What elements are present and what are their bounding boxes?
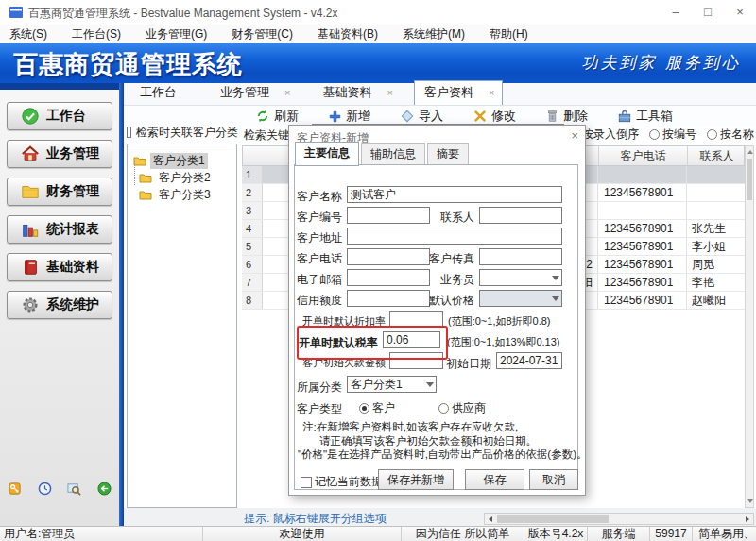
remember-data-checkbox[interactable] xyxy=(301,477,312,488)
menu-item-maintenance[interactable]: 系统维护(M) xyxy=(403,26,465,42)
radio-icon[interactable] xyxy=(438,403,449,414)
tree-item-category2[interactable]: 客户分类2 xyxy=(128,169,236,186)
contact-input[interactable] xyxy=(479,207,562,224)
row-number: 5 xyxy=(242,238,263,255)
tree-guide-line xyxy=(134,161,135,185)
clock-icon[interactable] xyxy=(38,482,52,499)
add-button[interactable]: 新增 xyxy=(329,108,370,125)
tree-item-category1[interactable]: 客户分类1 xyxy=(128,152,236,169)
search-icon[interactable] xyxy=(67,482,81,499)
contact-column-header[interactable]: 联系人 xyxy=(687,146,746,165)
dropdown-arrow-icon[interactable] xyxy=(426,382,434,387)
tab-basedata[interactable]: 基础资料 × xyxy=(313,81,400,105)
delete-button[interactable]: 删除 xyxy=(546,108,588,125)
maximize-button[interactable]: □ xyxy=(692,0,724,25)
menu-item-finance[interactable]: 财务管理(C) xyxy=(232,26,293,42)
scroll-left-icon[interactable] xyxy=(489,516,492,522)
menu-item-business[interactable]: 业务管理(G) xyxy=(146,26,207,42)
scroll-up-icon[interactable] xyxy=(747,150,753,154)
brand-title: 百惠商贸通管理系统 xyxy=(13,48,243,81)
type-option-customer[interactable]: 客户 xyxy=(359,400,395,416)
customer-phone-cell: 12345678901 xyxy=(597,220,685,237)
refresh-icon xyxy=(256,110,269,123)
tab-workbench[interactable]: 工作台 xyxy=(130,81,184,105)
remember-data-checkbox-row[interactable]: 记忆当前数据 xyxy=(301,474,383,490)
refresh-button[interactable]: 刷新 xyxy=(256,108,299,125)
tab-aux-info[interactable]: 辅助信息 xyxy=(361,143,425,165)
status-version: 版本号4.2x xyxy=(524,527,588,541)
scroll-right-icon[interactable] xyxy=(746,516,749,522)
sidebar-item-business[interactable]: 业务管理 xyxy=(7,140,112,168)
tab-business[interactable]: 业务管理 × xyxy=(211,81,298,105)
dialog-close-icon[interactable]: × xyxy=(571,128,578,143)
menu-item-workbench[interactable]: 工作台(S) xyxy=(72,26,121,42)
folder-icon xyxy=(139,173,152,183)
save-and-new-button[interactable]: 保存并新增 xyxy=(378,469,454,490)
customer-type-label: 客户类型 xyxy=(297,401,342,417)
sidebar-item-label: 财务管理 xyxy=(46,183,99,200)
radio-icon[interactable] xyxy=(707,129,717,140)
tab-summary[interactable]: 摘要 xyxy=(427,143,469,165)
customer-category-tree: 客户分类1 客户分类2 客户分类3 xyxy=(127,144,237,508)
customer-contact-cell: 李艳 xyxy=(686,274,745,291)
tree-item-label: 客户分类3 xyxy=(156,187,214,203)
tab-main-info[interactable]: 主要信息 xyxy=(295,142,359,166)
address-input[interactable] xyxy=(347,228,562,245)
cancel-button[interactable]: 取消 xyxy=(529,469,578,490)
default-price-select[interactable] xyxy=(479,290,562,307)
tree-item-category3[interactable]: 客户分类3 xyxy=(128,186,236,203)
scrollbar-thumb[interactable] xyxy=(497,515,609,523)
row-number: 4 xyxy=(242,220,263,237)
scroll-down-icon[interactable] xyxy=(747,499,753,503)
salesman-label: 业务员 xyxy=(418,272,474,288)
brand-banner: 百惠商贸通管理系统 功夫到家 服务到心 xyxy=(0,43,756,83)
grid-hint-text: 提示: 鼠标右键展开分组选项 xyxy=(244,511,480,527)
radio-icon[interactable] xyxy=(649,129,660,140)
sidebar-item-reports[interactable]: 统计报表 xyxy=(7,215,112,244)
category-select[interactable]: 客户分类1 xyxy=(347,376,437,393)
key-icon[interactable] xyxy=(8,482,22,499)
type-option-supplier[interactable]: 供应商 xyxy=(438,400,486,416)
sidebar-splitter[interactable] xyxy=(119,83,124,526)
import-button[interactable]: 导入 xyxy=(401,108,443,125)
fax-input[interactable] xyxy=(479,248,562,265)
save-button[interactable]: 保存 xyxy=(465,469,524,490)
radio-icon[interactable] xyxy=(359,403,369,414)
row-number-header xyxy=(243,146,264,165)
menu-item-basedata[interactable]: 基础资料(B) xyxy=(318,26,378,42)
toolbar-label: 工具箱 xyxy=(636,108,673,125)
tree-item-label: 客户分类2 xyxy=(156,170,214,186)
sidebar-item-finance[interactable]: 财务管理 xyxy=(7,178,112,206)
dropdown-arrow-icon[interactable] xyxy=(552,276,559,280)
globe-icon[interactable] xyxy=(97,482,112,499)
link-category-checkbox[interactable] xyxy=(127,127,131,138)
tab-close-icon[interactable]: × xyxy=(284,87,290,98)
sidebar-item-maintenance[interactable]: 系统维护 xyxy=(7,291,112,319)
tab-close-icon[interactable]: × xyxy=(387,87,392,98)
horizontal-scrollbar[interactable] xyxy=(484,513,754,525)
sidebar-item-workbench[interactable]: 工作台 xyxy=(7,102,112,130)
menu-item-help[interactable]: 帮助(H) xyxy=(490,26,528,42)
tab-close-icon[interactable]: × xyxy=(489,87,494,98)
sidebar-item-basedata[interactable]: 基础资料 xyxy=(7,253,112,281)
phone-column-header[interactable]: 客户电话 xyxy=(598,146,687,165)
link-category-checkbox-row[interactable]: 检索时关联客户分类 xyxy=(127,123,238,142)
phone-label: 客户电话 xyxy=(297,251,342,267)
customer-name-input[interactable]: 测试客户 xyxy=(347,186,562,203)
initial-date-label: 初始日期 xyxy=(444,356,491,372)
check-circle-icon xyxy=(21,107,40,126)
vertical-scrollbar[interactable] xyxy=(745,145,754,508)
sort-by-name[interactable]: 按名称 xyxy=(707,127,754,143)
scrollbar-thumb[interactable] xyxy=(747,159,752,200)
menu-item-system[interactable]: 系统(S) xyxy=(9,26,47,42)
minimize-button[interactable]: – xyxy=(660,0,692,25)
dropdown-arrow-icon[interactable] xyxy=(552,296,559,301)
edit-button[interactable]: 修改 xyxy=(473,108,516,125)
salesman-select[interactable] xyxy=(479,269,562,286)
sort-by-code[interactable]: 按编号 xyxy=(649,127,696,143)
close-button[interactable]: × xyxy=(724,0,756,25)
category-value: 客户分类1 xyxy=(351,378,403,391)
initial-date-input[interactable]: 2024-07-31 xyxy=(496,352,562,369)
tab-customers[interactable]: 客户资料 × xyxy=(414,80,503,106)
toolbox-button[interactable]: 工具箱 xyxy=(618,108,673,125)
